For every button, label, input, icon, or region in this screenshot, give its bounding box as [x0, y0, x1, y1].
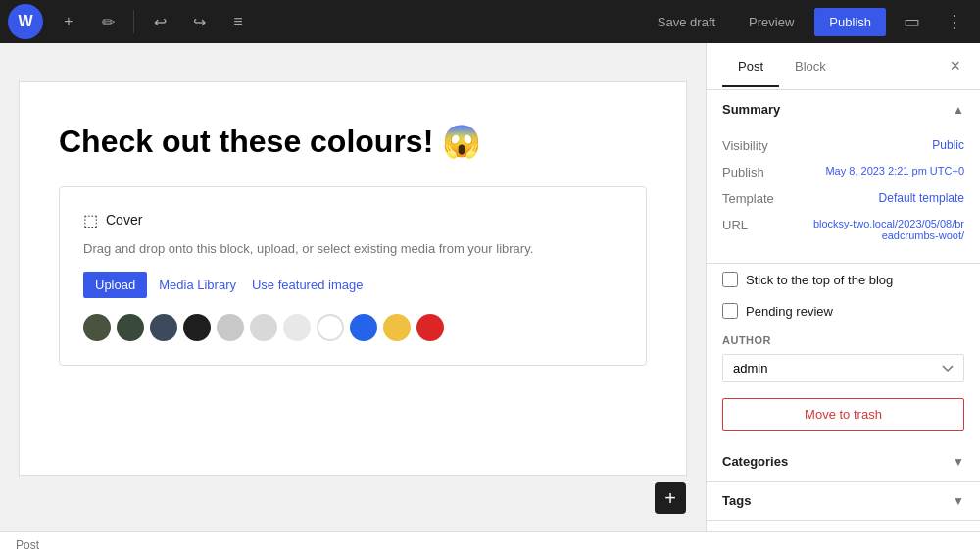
swatch-light-gray-1[interactable] [217, 314, 244, 341]
summary-panel: Summary ▲ Visibility Public Publish May … [707, 90, 980, 264]
categories-panel: Categories ▼ [707, 442, 980, 482]
summary-panel-content: Visibility Public Publish May 8, 2023 2:… [707, 128, 980, 263]
swatch-dark-blue-gray[interactable] [150, 314, 177, 341]
cover-icon: ⬚ [83, 211, 98, 229]
pending-review-row: Pending review [707, 295, 980, 327]
categories-label: Categories [722, 454, 788, 469]
cover-block: ⬚ Cover Drag and drop onto this block, u… [59, 186, 647, 366]
toolbar-right: Save draft Preview Publish ▭ ⋮ [645, 4, 972, 39]
options-button[interactable]: ⋮ [937, 4, 972, 39]
categories-chevron-icon: ▼ [953, 455, 964, 469]
swatch-red[interactable] [416, 314, 444, 341]
publish-date-row: Publish May 8, 2023 2:21 pm UTC+0 [722, 159, 964, 185]
editor-toolbar: W + ✏ ↩ ↪ ≡ Save draft Preview Publish ▭… [0, 0, 980, 43]
url-label: URL [722, 218, 801, 232]
summary-panel-header[interactable]: Summary ▲ [707, 90, 980, 128]
summary-chevron-icon: ▲ [953, 103, 964, 117]
sidebar: Post Block × Summary ▲ Visibility Public… [706, 43, 980, 531]
visibility-label: Visibility [722, 138, 801, 153]
swatch-lighter-gray[interactable] [283, 314, 311, 341]
toolbar-divider [133, 10, 134, 33]
template-row: Template Default template [722, 185, 964, 212]
undo-button[interactable]: ↩ [142, 4, 177, 39]
tags-panel: Tags ▼ [707, 482, 980, 521]
swatch-yellow[interactable] [383, 314, 411, 341]
redo-button[interactable]: ↪ [181, 4, 217, 39]
categories-panel-header[interactable]: Categories ▼ [707, 442, 980, 481]
main-area: Check out these colours! 😱 ⬚ Cover Drag … [0, 43, 980, 531]
swatch-dark-green[interactable] [83, 314, 111, 341]
status-bar: Post [0, 531, 980, 558]
add-block-button[interactable]: + [655, 482, 686, 514]
status-text: Post [16, 538, 39, 552]
save-draft-button[interactable]: Save draft [645, 8, 728, 36]
preview-button[interactable]: Preview [736, 8, 807, 36]
author-section: AUTHOR admin [707, 327, 980, 394]
swatch-black[interactable] [183, 314, 211, 341]
featured-image-panel-header[interactable]: Featured image ▼ [707, 521, 980, 531]
stick-to-top-row: Stick to the top of the blog [707, 264, 980, 295]
editor-content: Check out these colours! 😱 ⬚ Cover Drag … [20, 82, 686, 475]
list-view-button[interactable]: ≡ [220, 4, 256, 39]
media-library-button[interactable]: Media Library [155, 272, 240, 298]
url-value[interactable]: blocksy-two.local/2023/05/08/breadcrumbs… [808, 218, 964, 241]
tags-chevron-icon: ▼ [953, 494, 964, 508]
editor-area: Check out these colours! 😱 ⬚ Cover Drag … [0, 43, 706, 531]
tags-panel-header[interactable]: Tags ▼ [707, 482, 980, 520]
publish-date-value[interactable]: May 8, 2023 2:21 pm UTC+0 [825, 165, 964, 177]
author-section-label: AUTHOR [722, 334, 964, 346]
use-featured-image-button[interactable]: Use featured image [248, 272, 367, 298]
publish-date-label: Publish [722, 165, 801, 179]
author-select[interactable]: admin [722, 354, 964, 382]
pending-review-label: Pending review [746, 304, 833, 319]
publish-button[interactable]: Publish [814, 8, 886, 36]
post-title[interactable]: Check out these colours! 😱 [59, 122, 647, 163]
cover-block-header: ⬚ Cover [83, 211, 622, 229]
stick-to-top-label: Stick to the top of the blog [746, 273, 893, 287]
color-swatches [83, 314, 622, 341]
stick-to-top-checkbox[interactable] [722, 272, 738, 287]
visibility-value[interactable]: Public [932, 138, 964, 152]
sidebar-close-button[interactable]: × [946, 52, 964, 80]
tab-post[interactable]: Post [722, 47, 779, 87]
swatch-blue[interactable] [350, 314, 377, 341]
swatch-light-gray-2[interactable] [250, 314, 277, 341]
wp-logo[interactable]: W [8, 4, 43, 39]
featured-image-panel: Featured image ▼ [707, 521, 980, 531]
cover-block-description: Drag and drop onto this block, upload, o… [83, 241, 622, 256]
tab-block[interactable]: Block [779, 47, 842, 87]
url-row: URL blocksy-two.local/2023/05/08/breadcr… [722, 212, 964, 247]
tools-button[interactable]: ✏ [90, 4, 125, 39]
upload-button[interactable]: Upload [83, 272, 147, 298]
swatch-white[interactable] [317, 314, 344, 341]
add-block-area: + [20, 482, 686, 514]
cover-block-actions: Upload Media Library Use featured image [83, 272, 622, 298]
sidebar-tabs: Post Block [722, 46, 946, 86]
summary-label: Summary [722, 102, 780, 117]
template-value[interactable]: Default template [879, 191, 964, 205]
move-to-trash-button[interactable]: Move to trash [722, 398, 964, 431]
layout-toggle-button[interactable]: ▭ [894, 4, 929, 39]
pending-review-checkbox[interactable] [722, 303, 738, 319]
visibility-row: Visibility Public [722, 132, 964, 159]
sidebar-header: Post Block × [707, 43, 980, 90]
swatch-dark-forest[interactable] [117, 314, 144, 341]
cover-block-label: Cover [106, 212, 142, 228]
tags-label: Tags [722, 493, 751, 508]
template-label: Template [722, 191, 801, 206]
add-block-toolbar-button[interactable]: + [51, 4, 86, 39]
